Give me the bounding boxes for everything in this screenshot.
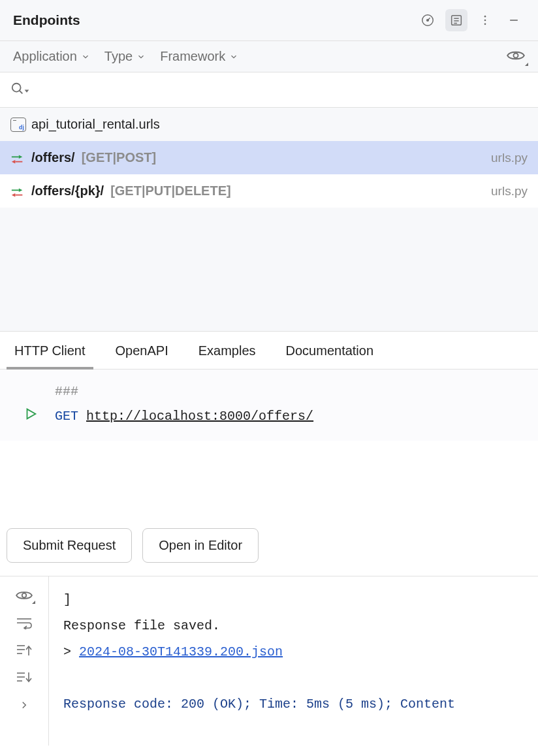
svg-point-7	[484, 20, 486, 22]
response-panel: ] Response file saved. > 2024-08-30T1413…	[0, 576, 538, 746]
http-method: GET	[55, 409, 78, 424]
scroll-top-icon[interactable]	[15, 643, 33, 657]
response-saved-msg: Response file saved.	[63, 613, 528, 639]
http-editor[interactable]: ### GET http://localhost:8000/offers/	[0, 370, 538, 441]
endpoint-path: /offers/{pk}/	[31, 183, 104, 198]
svg-marker-18	[27, 409, 36, 419]
detail-tabs: HTTP Client OpenAPI Examples Documentati…	[0, 332, 538, 370]
svg-point-1	[427, 20, 429, 22]
submit-request-button[interactable]: Submit Request	[7, 528, 132, 563]
svg-point-11	[12, 84, 21, 92]
django-file-icon: dj	[10, 118, 26, 132]
svg-line-12	[20, 91, 23, 94]
eye-icon[interactable]	[15, 588, 33, 603]
route-icon	[10, 153, 25, 163]
group-label: api_tutorial_rental.urls	[31, 117, 160, 132]
svg-point-19	[22, 593, 27, 598]
chevron-down-icon	[229, 52, 238, 61]
filters: Application Type Framework	[13, 49, 238, 64]
endpoint-source: urls.py	[491, 151, 528, 165]
endpoint-row[interactable]: /offers/ [GET|POST] urls.py	[0, 141, 538, 174]
search-bar[interactable]	[0, 72, 538, 108]
chevron-down-icon	[81, 52, 90, 61]
run-icon[interactable]	[24, 407, 38, 425]
scroll-bottom-icon[interactable]	[15, 670, 33, 685]
page-title: Endpoints	[13, 12, 80, 28]
filter-application[interactable]: Application	[13, 49, 90, 64]
svg-point-8	[484, 24, 486, 25]
visibility-icon[interactable]	[507, 49, 525, 64]
response-file-link[interactable]: 2024-08-30T141339.200.json	[79, 644, 283, 659]
action-buttons: Submit Request Open in Editor	[0, 512, 538, 576]
svg-marker-14	[19, 155, 23, 159]
response-bracket: ]	[63, 587, 528, 613]
endpoints-list: dj api_tutorial_rental.urls /offers/ [GE…	[0, 108, 538, 332]
open-in-editor-button[interactable]: Open in Editor	[142, 528, 259, 563]
tab-examples[interactable]: Examples	[198, 343, 256, 369]
endpoint-row[interactable]: /offers/{pk}/ [GET|PUT|DELETE] urls.py	[0, 174, 538, 208]
endpoint-group[interactable]: dj api_tutorial_rental.urls	[0, 108, 538, 141]
list-blank	[0, 208, 538, 332]
endpoint-methods: [GET|POST]	[82, 150, 156, 165]
minimize-icon[interactable]	[503, 9, 525, 31]
editor-comment: ###	[55, 384, 78, 399]
filter-type-label: Type	[104, 49, 133, 64]
chevron-down-icon	[136, 52, 146, 61]
svg-marker-13	[25, 90, 29, 93]
response-body[interactable]: ] Response file saved. > 2024-08-30T1413…	[49, 576, 538, 746]
endpoint-source: urls.py	[491, 184, 528, 198]
tab-http-client[interactable]: HTTP Client	[14, 343, 86, 369]
more-icon[interactable]	[474, 9, 496, 31]
header-bar: Endpoints	[0, 0, 538, 41]
search-icon	[10, 82, 30, 96]
filter-type[interactable]: Type	[104, 49, 146, 64]
endpoint-path: /offers/	[31, 150, 75, 165]
svg-marker-15	[12, 159, 16, 163]
svg-point-10	[514, 54, 518, 58]
svg-marker-17	[12, 193, 16, 197]
response-prompt: >	[63, 644, 71, 659]
tab-openapi[interactable]: OpenAPI	[116, 343, 168, 369]
svg-marker-16	[19, 188, 23, 192]
http-url: http://localhost:8000/offers/	[86, 409, 313, 424]
panel-icon[interactable]	[445, 9, 467, 31]
filter-bar: Application Type Framework	[0, 41, 538, 72]
soft-wrap-icon[interactable]	[15, 616, 33, 630]
filter-framework-label: Framework	[160, 49, 225, 64]
filter-framework[interactable]: Framework	[160, 49, 238, 64]
filter-application-label: Application	[13, 49, 77, 64]
tab-documentation[interactable]: Documentation	[286, 343, 374, 369]
response-gutter	[0, 576, 49, 746]
route-icon	[10, 186, 25, 197]
editor-blank	[0, 441, 538, 512]
gauge-icon[interactable]	[417, 9, 439, 31]
header-actions	[417, 9, 525, 31]
endpoint-methods: [GET|PUT|DELETE]	[110, 183, 231, 198]
chevron-right-icon[interactable]	[15, 698, 33, 712]
svg-point-6	[484, 16, 486, 18]
response-info: Response code: 200 (OK); Time: 5ms (5 ms…	[63, 691, 528, 717]
